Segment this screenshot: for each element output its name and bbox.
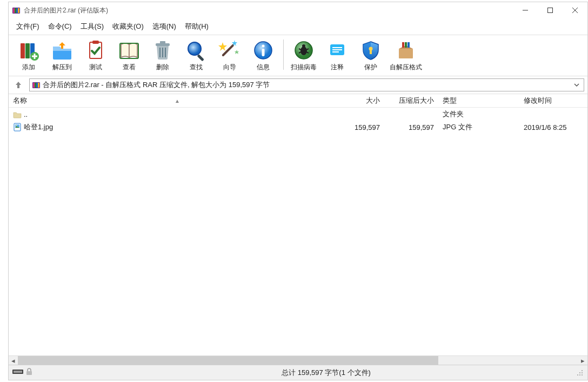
wizard-label: 向导: [223, 63, 236, 72]
svg-rect-59: [14, 371, 22, 373]
horizontal-scrollbar[interactable]: ◂ ▸: [9, 355, 587, 365]
menu-commands[interactable]: 命令(C): [44, 19, 76, 34]
svg-point-33: [300, 47, 307, 55]
svg-rect-2: [15, 8, 16, 13]
path-field[interactable]: 合并后的图片2.rar - 自解压格式 RAR 压缩文件, 解包大小为 159,…: [29, 78, 584, 91]
status-left-widgets: [12, 368, 34, 377]
scroll-right-button[interactable]: ▸: [578, 356, 587, 365]
svg-rect-52: [35, 83, 36, 88]
close-button[interactable]: [563, 2, 587, 18]
lock-icon: [25, 368, 34, 377]
path-dropdown-icon[interactable]: [572, 81, 582, 89]
path-text: 合并后的图片2.rar - 自解压格式 RAR 压缩文件, 解包大小为 159,…: [43, 80, 572, 90]
file-type: 文件夹: [438, 109, 519, 119]
extract-button[interactable]: 解压到: [45, 37, 79, 74]
add-button[interactable]: 添加: [12, 37, 45, 74]
file-packed: 159,597: [384, 123, 438, 131]
svg-rect-31: [262, 49, 265, 56]
shield-icon: [359, 39, 382, 62]
svg-rect-51: [33, 83, 35, 88]
list-item[interactable]: .. 文件夹: [9, 108, 587, 121]
bug-shield-icon: [292, 39, 315, 62]
winrar-window: 合并后的图片2.rar (评估版本) 文件(F) 命令(C) 工具(S) 收藏夹…: [8, 2, 588, 380]
svg-rect-24: [197, 54, 204, 61]
info-label: 信息: [257, 63, 270, 72]
list-item[interactable]: 哈登1.jpg 159,597 159,597 JPG 文件 2019/1/6 …: [9, 121, 587, 134]
comment-label: 注释: [331, 63, 344, 72]
delete-label: 删除: [156, 63, 169, 72]
jpg-file-icon: [13, 123, 22, 131]
column-name[interactable]: 名称 ▲: [9, 96, 325, 106]
info-button[interactable]: 信息: [246, 37, 280, 74]
comment-button[interactable]: 注释: [320, 37, 354, 74]
svg-rect-6: [548, 8, 553, 13]
delete-button[interactable]: 删除: [146, 37, 179, 74]
protect-button[interactable]: 保护: [354, 37, 387, 74]
menu-help[interactable]: 帮助(H): [181, 19, 213, 34]
svg-marker-28: [235, 50, 239, 54]
title-bar: 合并后的图片2.rar (评估版本): [9, 2, 587, 18]
window-title: 合并后的图片2.rar (评估版本): [24, 6, 513, 15]
disk-icon: [12, 368, 24, 377]
file-type: JPG 文件: [438, 122, 519, 132]
svg-rect-54: [38, 83, 39, 88]
extract-label: 解压到: [52, 63, 72, 72]
file-modified: 2019/1/6 8:25: [519, 123, 587, 131]
books-add-icon: [17, 39, 40, 62]
sfx-label: 自解压格式: [390, 63, 422, 72]
status-bar: 总计 159,597 字节(1 个文件): [9, 365, 587, 380]
svg-rect-19: [160, 41, 165, 44]
svg-point-23: [188, 42, 201, 55]
svg-point-63: [582, 372, 583, 373]
svg-rect-53: [36, 83, 38, 88]
menu-file[interactable]: 文件(F): [12, 19, 44, 34]
search-icon: [185, 39, 208, 62]
column-type[interactable]: 类型: [438, 96, 519, 106]
virusscan-button[interactable]: 扫描病毒: [287, 37, 320, 74]
find-button[interactable]: 查找: [179, 37, 213, 74]
menu-tools[interactable]: 工具(S): [76, 19, 108, 34]
wizard-button[interactable]: 向导: [213, 37, 246, 74]
svg-point-66: [582, 374, 583, 376]
virusscan-label: 扫描病毒: [291, 63, 317, 72]
scroll-left-button[interactable]: ◂: [9, 356, 18, 365]
sort-ascending-icon: ▲: [175, 98, 180, 104]
menu-bar: 文件(F) 命令(C) 工具(S) 收藏夹(O) 选项(N) 帮助(H): [9, 18, 587, 35]
archive-mini-icon: [32, 81, 41, 89]
folder-up-icon: [13, 110, 22, 118]
column-size[interactable]: 大小: [325, 96, 384, 106]
svg-rect-47: [402, 42, 404, 48]
column-modified[interactable]: 修改时间: [519, 96, 587, 106]
scroll-thumb[interactable]: [18, 356, 438, 365]
test-button[interactable]: 测试: [79, 37, 112, 74]
file-name: ..: [24, 110, 28, 118]
status-summary: 总计 159,597 字节(1 个文件): [34, 368, 576, 378]
minimize-button[interactable]: [513, 2, 538, 18]
column-header-row: 名称 ▲ 大小 压缩后大小 类型 修改时间: [9, 94, 587, 108]
box-sfx-icon: [395, 39, 417, 62]
resize-grip-icon[interactable]: [576, 368, 584, 377]
svg-point-61: [582, 370, 583, 371]
svg-rect-49: [407, 42, 410, 48]
folder-extract-icon: [51, 39, 74, 62]
svg-point-57: [16, 125, 17, 126]
up-button[interactable]: [12, 78, 25, 91]
note-icon: [326, 39, 349, 62]
file-list[interactable]: .. 文件夹 哈登1.jpg 159,597 159,597 JPG 文件 20…: [9, 108, 587, 355]
path-bar: 合并后的图片2.rar - 自解压格式 RAR 压缩文件, 解包大小为 159,…: [9, 76, 587, 94]
svg-rect-45: [399, 49, 413, 58]
scroll-track[interactable]: [18, 356, 578, 365]
view-button[interactable]: 查看: [112, 37, 146, 74]
wand-icon: [218, 39, 241, 62]
svg-rect-16: [92, 41, 99, 44]
toolbar: 添加 解压到 测试 查看 删除 查找 向导 信息: [9, 35, 587, 76]
svg-rect-1: [13, 8, 15, 13]
column-packed[interactable]: 压缩后大小: [384, 96, 438, 106]
menu-options[interactable]: 选项(N): [148, 19, 181, 34]
menu-favorites[interactable]: 收藏夹(O): [108, 19, 148, 34]
sfx-button[interactable]: 自解压格式: [387, 37, 424, 74]
book-open-icon: [118, 39, 141, 62]
svg-rect-48: [405, 42, 407, 48]
external-left-strip: [0, 0, 8, 382]
maximize-button[interactable]: [538, 2, 563, 18]
